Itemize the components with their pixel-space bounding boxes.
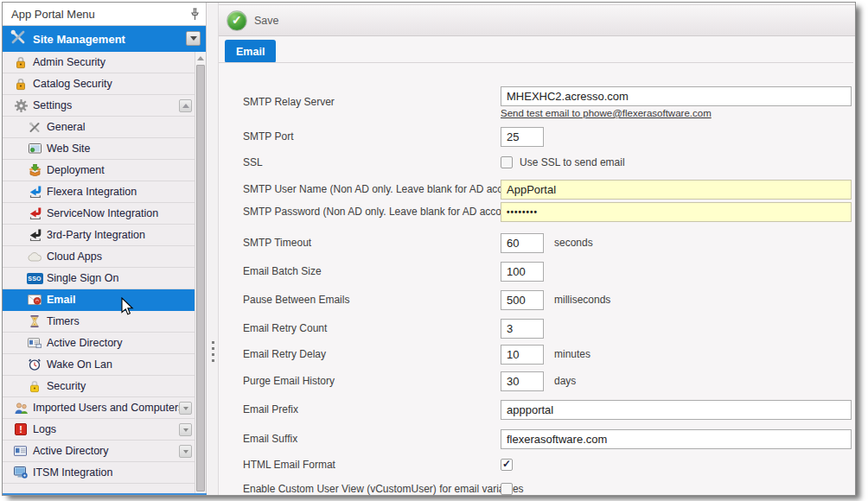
form-row-smtp-user: SMTP User Name (Non AD only. Leave blank… bbox=[219, 180, 853, 200]
smtp-port-input[interactable] bbox=[501, 127, 544, 147]
sidebar-item-settings[interactable]: Settings bbox=[3, 95, 195, 117]
sidebar-item-imported-users-and-computers[interactable]: Imported Users and Computers bbox=[3, 397, 195, 419]
ssl-checkbox[interactable] bbox=[501, 156, 513, 168]
unit-label: seconds bbox=[554, 233, 593, 253]
sidebar-item-web-site[interactable]: Web Site bbox=[3, 138, 195, 160]
unit-label: milliseconds bbox=[554, 290, 610, 310]
form-row-pause-between-emails: Pause Between Emails milliseconds bbox=[219, 290, 853, 310]
sidebar-item-logs[interactable]: ! Logs bbox=[3, 419, 195, 441]
sidebar-item-timers[interactable]: Timers bbox=[3, 311, 195, 333]
main-content: Save Email SMTP Relay Server Send test e… bbox=[219, 3, 855, 495]
item-label: Email bbox=[47, 294, 75, 306]
sidebar-item-wake-on-lan[interactable]: Wake On Lan bbox=[3, 354, 195, 376]
sidebar-item-active-directory-top[interactable]: Active Directory bbox=[3, 441, 195, 462]
item-label: Cloud Apps bbox=[47, 250, 102, 263]
field-label: Email Suffix bbox=[243, 429, 499, 449]
sidebar-item-active-directory[interactable]: Active Directory bbox=[3, 333, 195, 354]
field-label: HTML Email Format bbox=[243, 455, 499, 475]
field-label: Email Prefix bbox=[243, 400, 499, 420]
email-retry-delay-input[interactable] bbox=[501, 345, 544, 365]
form-row-html-email-format: HTML Email Format bbox=[219, 455, 853, 475]
panel-splitter[interactable] bbox=[207, 3, 219, 495]
form-row-ssl: SSL Use SSL to send email bbox=[219, 153, 853, 173]
sidebar-bottom-edge bbox=[3, 493, 207, 495]
sidebar-item-flexera-integration[interactable]: Flexera Integration bbox=[3, 181, 195, 203]
custom-user-view-checkbox[interactable] bbox=[501, 483, 513, 495]
gear-icon bbox=[12, 99, 29, 112]
import-arrow-icon bbox=[26, 207, 43, 219]
chevron-down-icon bbox=[183, 428, 188, 432]
item-dropdown-button[interactable] bbox=[179, 423, 192, 436]
tools-icon bbox=[10, 29, 27, 48]
item-label: Catalog Security bbox=[33, 78, 112, 90]
sidebar-item-security[interactable]: Security bbox=[3, 376, 195, 397]
item-dropdown-button[interactable] bbox=[179, 402, 192, 415]
email-batch-size-input[interactable] bbox=[501, 262, 544, 282]
form-row-custom-user-view: Enable Custom User View (vCustomUser) fo… bbox=[219, 479, 853, 499]
save-button[interactable]: Save bbox=[227, 10, 279, 31]
smtp-relay-server-input[interactable] bbox=[501, 86, 852, 106]
sidebar-item-partial[interactable] bbox=[3, 484, 195, 493]
sidebar-section-site-management[interactable]: Site Management bbox=[3, 26, 206, 52]
purge-email-history-input[interactable] bbox=[501, 371, 544, 391]
smtp-password-input[interactable] bbox=[501, 202, 852, 222]
smtp-username-input[interactable] bbox=[501, 180, 852, 200]
form-row-purge-email-history: Purge Email History days bbox=[219, 371, 853, 391]
send-test-email-link[interactable]: Send test email to phowe@flexerasoftware… bbox=[501, 108, 712, 118]
smtp-timeout-input[interactable] bbox=[501, 233, 544, 253]
tab-label: Email bbox=[236, 46, 265, 58]
item-label: Settings bbox=[33, 99, 72, 111]
chevron-up-icon bbox=[182, 104, 189, 108]
section-dropdown-button[interactable] bbox=[186, 31, 201, 46]
sidebar-item-catalog-security[interactable]: Catalog Security bbox=[3, 73, 195, 95]
section-label: Site Management bbox=[33, 33, 125, 46]
email-prefix-input[interactable] bbox=[501, 400, 852, 420]
sidebar-item-general[interactable]: General bbox=[3, 117, 195, 138]
field-label: Pause Between Emails bbox=[243, 290, 499, 310]
scrollbar-thumb[interactable] bbox=[196, 65, 205, 491]
item-label: Active Directory bbox=[33, 445, 109, 457]
sidebar-item-admin-security[interactable]: Admin Security bbox=[3, 52, 195, 73]
field-label: SMTP User Name (Non AD only. Leave blank… bbox=[243, 180, 499, 200]
form-row-smtp-password: SMTP Password (Non AD only. Leave blank … bbox=[219, 202, 853, 222]
field-label: Email Retry Count bbox=[243, 319, 499, 339]
scroll-up-icon[interactable] bbox=[197, 56, 204, 60]
sidebar-header: App Portal Menu bbox=[3, 3, 206, 26]
email-suffix-input[interactable] bbox=[501, 429, 852, 449]
pin-icon[interactable] bbox=[190, 8, 200, 23]
ssl-checkbox-label: Use SSL to send email bbox=[520, 153, 625, 173]
settings-collapse-button[interactable] bbox=[179, 99, 192, 112]
field-label: Email Batch Size bbox=[243, 262, 499, 282]
sidebar-item-servicenow-integration[interactable]: ServiceNow Integration bbox=[3, 203, 195, 225]
item-label: Web Site bbox=[47, 143, 91, 155]
sidebar-item-email[interactable]: Email bbox=[3, 289, 195, 311]
item-label: Wake On Lan bbox=[47, 358, 112, 371]
unit-label: minutes bbox=[554, 345, 590, 365]
splitter-grip-icon bbox=[212, 341, 214, 362]
sidebar-item-itsm-integration[interactable]: ITSM Integration bbox=[3, 462, 195, 484]
sidebar-item-single-sign-on[interactable]: SSO Single Sign On bbox=[3, 268, 195, 289]
sidebar-item-deployment[interactable]: Deployment bbox=[3, 160, 195, 181]
item-label: Logs bbox=[33, 423, 56, 435]
form-row-email-prefix: Email Prefix bbox=[219, 400, 853, 420]
form-row-smtp-timeout: SMTP Timeout seconds bbox=[219, 233, 853, 253]
item-label: Deployment bbox=[47, 164, 105, 176]
sidebar-item-3rd-party-integration[interactable]: 3rd-Party Integration bbox=[3, 225, 195, 246]
sidebar-menu: Admin Security Catalog Security Settings… bbox=[3, 52, 195, 493]
html-email-format-checkbox[interactable] bbox=[501, 459, 513, 471]
tab-email[interactable]: Email bbox=[225, 40, 276, 63]
unit-label: days bbox=[554, 371, 576, 391]
pause-between-emails-input[interactable] bbox=[501, 290, 544, 310]
field-label: SMTP Port bbox=[243, 127, 499, 147]
tools-icon bbox=[26, 122, 43, 133]
sidebar-item-cloud-apps[interactable]: Cloud Apps bbox=[3, 246, 195, 268]
import-arrow-icon bbox=[26, 186, 43, 198]
chevron-down-icon bbox=[183, 407, 188, 410]
item-label: Active Directory bbox=[47, 337, 123, 349]
field-label: SMTP Password (Non AD only. Leave blank … bbox=[243, 202, 499, 222]
email-retry-count-input[interactable] bbox=[501, 319, 544, 339]
item-label: Single Sign On bbox=[47, 272, 118, 284]
sidebar-scrollbar[interactable] bbox=[195, 52, 206, 493]
item-dropdown-button[interactable] bbox=[179, 445, 192, 458]
chevron-down-icon bbox=[183, 450, 188, 453]
